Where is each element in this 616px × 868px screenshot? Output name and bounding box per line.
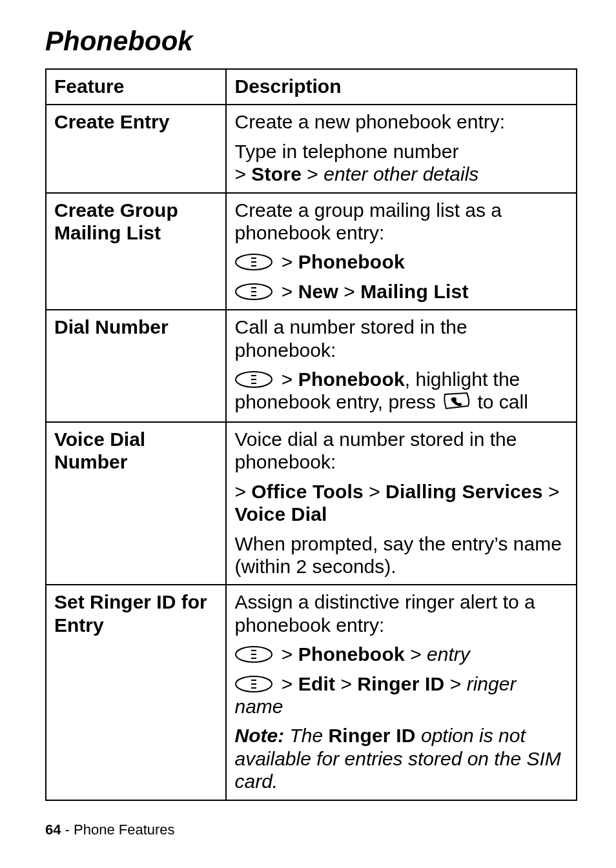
path-separator: > [282,251,298,272]
feature-name: Set Ringer ID for Entry [46,585,226,800]
menu-item: Edit [298,673,335,694]
feature-table: Feature Description Create EntryCreate a… [45,68,577,801]
menu-key-icon [234,645,273,663]
header-description: Description [226,69,577,105]
path-separator: > [335,673,357,694]
description-block: Type in telephone number> Store > enter … [234,140,568,186]
description-line: > Store > enter other details [234,163,568,185]
table-row: Dial NumberCall a number stored in the p… [46,310,577,422]
menu-item: New [298,281,338,302]
menu-item: Phonebook [298,643,405,665]
feature-name: Create Group Mailing List [46,193,226,310]
footer-section: Phone Features [74,822,175,838]
page-footer: 64 - Phone Features [45,822,175,838]
footer-sep: - [61,822,74,838]
path-separator: > [234,481,251,502]
path-separator: > [282,368,298,390]
menu-key-icon [234,675,273,693]
description-block: Create a group mailing list as a phonebo… [234,199,568,245]
path-separator: > [234,163,251,185]
table-row: Create Group Mailing ListCreate a group … [46,193,577,310]
feature-name: Dial Number [46,310,226,422]
note-label: Note: [234,725,284,746]
menu-item: Dialling Services [385,481,543,502]
table-row: Create EntryCreate a new phonebook entry… [46,105,577,192]
description-block: When prompted, say the entry’s name (wit… [234,532,568,578]
path-separator: > [405,643,427,665]
menu-item: Voice Dial [234,503,327,525]
table-row: Set Ringer ID for EntryAssign a distinct… [46,585,577,800]
description-block: Call a number stored in the phonebook: [234,316,568,361]
path-separator: > [543,481,560,502]
send-key-icon [442,392,471,414]
path-separator: > [445,673,467,694]
section-title: Phonebook [45,26,577,57]
feature-description: Assign a distinctive ringer alert to a p… [226,585,577,800]
table-header-row: Feature Description [46,69,577,105]
page-number: 64 [45,822,61,838]
menu-item-variable: entry [427,643,470,665]
note-text: The [284,725,328,746]
description-block: > Phonebook, highlight the phonebook ent… [234,368,568,415]
menu-item: Store [251,163,302,185]
description-block: > Phonebook [234,250,568,273]
menu-key-icon [234,253,273,271]
description-block: > Phonebook > entry [234,643,568,665]
path-separator: > [302,163,323,185]
menu-item: Ringer ID [357,673,444,694]
menu-key-icon [234,370,273,389]
menu-item: Office Tools [251,481,364,502]
path-separator: > [282,673,298,694]
table-row: Voice Dial NumberVoice dial a number sto… [46,422,577,585]
description-block: Note: The Ringer ID option is not availa… [234,724,568,792]
description-block: > Edit > Ringer ID > ringer name [234,672,568,718]
path-separator: > [282,281,298,302]
menu-item: Phonebook [298,251,405,272]
path-separator: > [364,481,385,502]
menu-item: Mailing List [360,281,468,302]
description-block: > Office Tools > Dialling Services > Voi… [234,480,568,526]
description-block: > New > Mailing List [234,280,568,303]
description-block: Voice dial a number stored in the phoneb… [234,428,568,474]
feature-description: Create a new phonebook entry:Type in tel… [226,105,577,192]
description-text: to call [472,391,528,412]
menu-item: Phonebook [298,368,405,390]
path-separator: > [338,281,360,302]
menu-item: Ringer ID [329,725,416,746]
description-block: Create a new phonebook entry: [234,110,568,133]
feature-description: Voice dial a number stored in the phoneb… [226,422,577,585]
description-block: Assign a distinctive ringer alert to a p… [234,590,568,636]
feature-description: Create a group mailing list as a phonebo… [226,193,577,310]
description-line: Type in telephone number [234,140,568,163]
page: Phonebook Feature Description Create Ent… [0,0,616,868]
feature-name: Create Entry [46,105,226,192]
header-feature: Feature [46,69,226,105]
menu-key-icon [234,283,273,301]
feature-description: Call a number stored in the phonebook: >… [226,310,577,422]
path-separator: > [282,643,298,665]
menu-item-variable: enter other details [323,163,478,185]
feature-name: Voice Dial Number [46,422,226,585]
